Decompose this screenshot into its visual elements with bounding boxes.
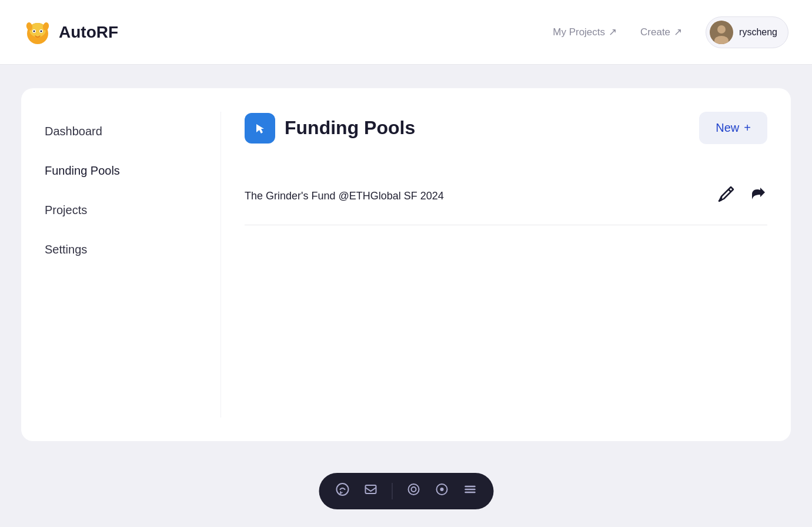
panel-title: Funding Pools (285, 117, 415, 139)
main-area: Dashboard Funding Pools Projects Setting… (0, 65, 812, 465)
svg-point-9 (717, 25, 726, 34)
fund-list: The Grinder's Fund @ETHGlobal SF 2024 (245, 168, 767, 225)
my-projects-link[interactable]: My Projects ↗ (553, 26, 617, 38)
main-panel: Funding Pools New + The Grinder's Fund @… (221, 112, 767, 418)
svg-rect-12 (719, 200, 721, 201)
new-button[interactable]: New + (699, 112, 767, 144)
sidebar-item-settings[interactable]: Settings (45, 230, 197, 269)
eye-open-icon[interactable] (406, 482, 420, 500)
header-nav: My Projects ↗ Create ↗ ryscheng (553, 16, 788, 48)
svg-point-15 (408, 484, 419, 495)
header: AutoRF My Projects ↗ Create ↗ ryscheng (0, 0, 812, 65)
chat-icon[interactable] (335, 482, 349, 500)
bottom-toolbar (319, 473, 493, 509)
sidebar-item-projects[interactable]: Projects (45, 191, 197, 230)
logo-icon (24, 18, 52, 46)
app-name: AutoRF (59, 23, 118, 42)
create-link[interactable]: Create ↗ (640, 26, 682, 38)
logo-area: AutoRF (24, 18, 118, 46)
svg-point-4 (34, 30, 35, 32)
svg-point-13 (336, 483, 348, 495)
panel-title-area: Funding Pools (245, 113, 415, 144)
sidebar-item-dashboard[interactable]: Dashboard (45, 112, 197, 151)
user-name: ryscheng (739, 27, 777, 38)
svg-point-5 (41, 30, 42, 32)
sidebar: Dashboard Funding Pools Projects Setting… (45, 112, 221, 418)
avatar (710, 21, 733, 44)
inbox-icon[interactable] (363, 482, 377, 500)
svg-point-18 (440, 488, 443, 491)
plus-icon: + (744, 121, 751, 135)
edit-icon[interactable] (717, 185, 736, 208)
fund-item: The Grinder's Fund @ETHGlobal SF 2024 (245, 168, 767, 225)
fund-actions (717, 184, 767, 208)
eye-circle-icon[interactable] (435, 482, 449, 500)
toolbar-divider (392, 483, 392, 499)
content-card: Dashboard Funding Pools Projects Setting… (21, 88, 791, 441)
funding-pools-icon (245, 113, 275, 144)
svg-point-16 (411, 487, 416, 492)
user-badge[interactable]: ryscheng (706, 16, 788, 48)
fund-name: The Grinder's Fund @ETHGlobal SF 2024 (245, 190, 444, 202)
panel-header: Funding Pools New + (245, 112, 767, 144)
sidebar-item-funding-pools[interactable]: Funding Pools (45, 151, 197, 191)
menu-icon[interactable] (463, 482, 477, 500)
share-icon[interactable] (747, 184, 767, 208)
